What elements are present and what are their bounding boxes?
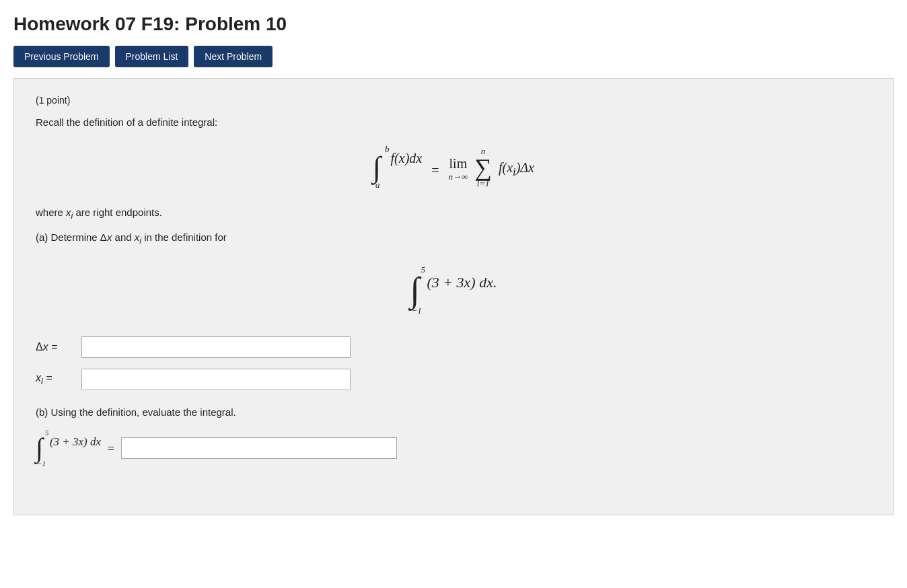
part-a-label: (a) Determine Δx and xi in the definitio… bbox=[36, 231, 871, 246]
prev-problem-button[interactable]: Previous Problem bbox=[13, 46, 110, 67]
delta-x-row: Δx = bbox=[36, 336, 871, 358]
x-i-label: xi = bbox=[36, 372, 76, 386]
part-a-integral-display: 5 ∫ −1 (3 + 3x) dx. bbox=[36, 259, 871, 316]
where-text: where xi are right endpoints. bbox=[36, 207, 871, 221]
point-label: (1 point) bbox=[36, 95, 871, 106]
next-problem-button[interactable]: Next Problem bbox=[194, 46, 273, 67]
delta-x-input[interactable] bbox=[81, 336, 351, 358]
problem-list-button[interactable]: Problem List bbox=[115, 46, 189, 67]
recall-text: Recall the definition of a definite inte… bbox=[36, 116, 871, 128]
x-i-row: xi = bbox=[36, 369, 871, 390]
part-b-label: (b) Using the definition, evaluate the i… bbox=[36, 406, 871, 418]
delta-x-label: Δx = bbox=[36, 341, 76, 353]
problem-box: (1 point) Recall the definition of a def… bbox=[13, 78, 894, 515]
x-i-input[interactable] bbox=[81, 369, 351, 390]
page-title: Homework 07 F19: Problem 10 bbox=[13, 13, 894, 35]
part-b-row: 5 ∫ −1 (3 + 3x) dx = bbox=[36, 429, 871, 468]
part-b-answer-input[interactable] bbox=[121, 437, 397, 459]
part-b-section: (b) Using the definition, evaluate the i… bbox=[36, 406, 871, 468]
nav-buttons: Previous Problem Problem List Next Probl… bbox=[13, 46, 894, 67]
definition-formula: b ∫ a f(x)dx = lim n→∞ n ∑ i=1 f(xi)Δx bbox=[36, 144, 871, 190]
